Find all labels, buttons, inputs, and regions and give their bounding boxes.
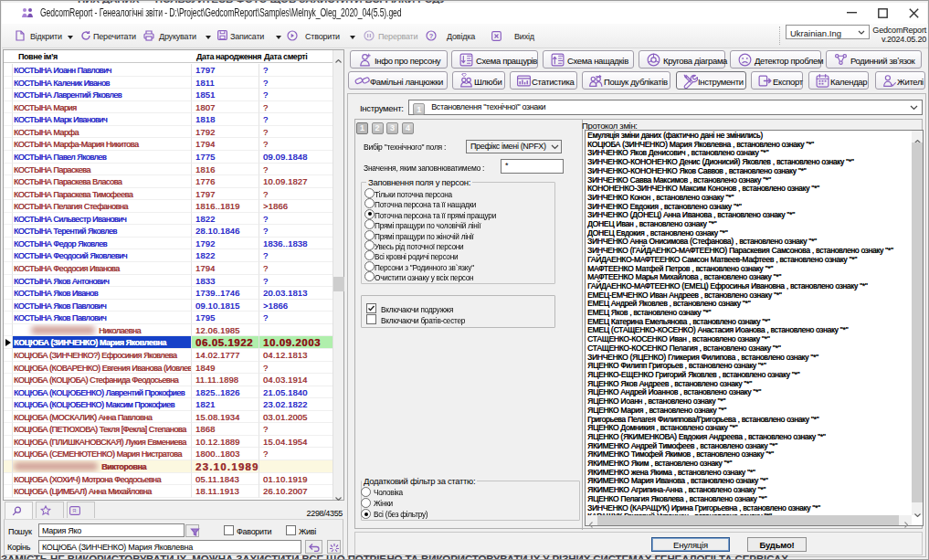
svg-text:?: ? — [429, 32, 434, 40]
svg-text:Я:: Я: — [72, 508, 78, 513]
